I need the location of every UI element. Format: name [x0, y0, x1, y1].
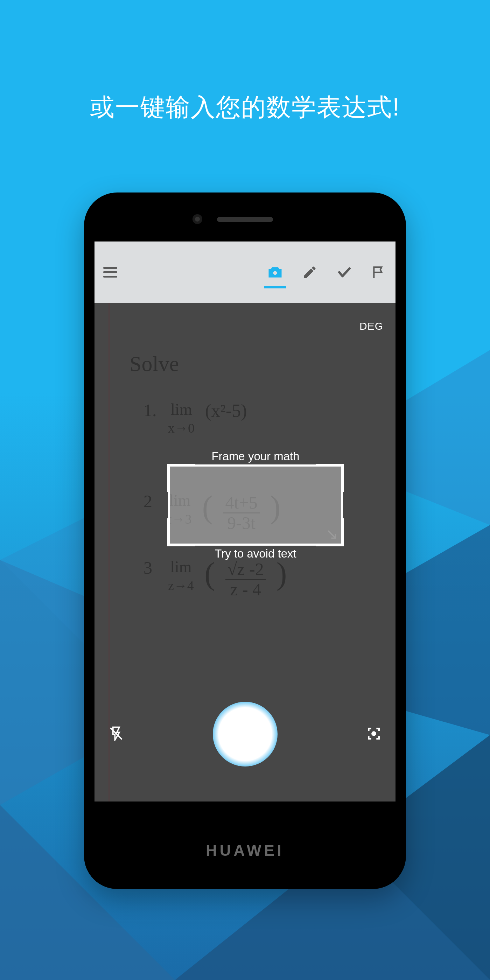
angle-mode-label[interactable]: DEG — [360, 320, 383, 332]
svg-point-8 — [273, 270, 278, 275]
crop-hint-top: Frame your math — [212, 450, 299, 463]
crop-corner-tr[interactable] — [316, 464, 344, 492]
app-toolbar — [94, 242, 396, 303]
phone-screen: Solve 1. lim x→0 (x²-5) 2 — [94, 242, 396, 802]
camera-tab[interactable] — [267, 265, 283, 280]
earpiece-speaker — [217, 217, 273, 222]
camera-controls-row — [94, 702, 396, 767]
crop-corner-tl[interactable] — [167, 464, 195, 492]
edit-tab[interactable] — [302, 265, 317, 280]
crop-corner-bl[interactable] — [167, 519, 195, 546]
resize-handle-icon[interactable] — [326, 528, 338, 541]
crop-hint-bottom: Try to avoid text — [215, 547, 296, 560]
flag-tab[interactable] — [371, 265, 387, 280]
focus-button[interactable] — [366, 726, 382, 743]
device-brand-label: HUAWEI — [84, 842, 406, 859]
crop-frame[interactable]: Frame your math Try to avoid text — [168, 465, 343, 546]
camera-viewport: Solve 1. lim x→0 (x²-5) 2 — [94, 303, 396, 802]
flash-toggle-button[interactable] — [108, 726, 124, 743]
shutter-button[interactable] — [213, 702, 278, 767]
svg-point-9 — [372, 732, 375, 735]
check-tab[interactable] — [337, 265, 352, 280]
promo-headline: 或一键输入您的数学表达式! — [0, 91, 490, 124]
front-camera-sensor — [192, 214, 202, 224]
device-mockup: Solve 1. lim x→0 (x²-5) 2 — [84, 192, 406, 889]
active-tab-underline — [264, 286, 286, 288]
menu-button[interactable] — [103, 267, 117, 278]
